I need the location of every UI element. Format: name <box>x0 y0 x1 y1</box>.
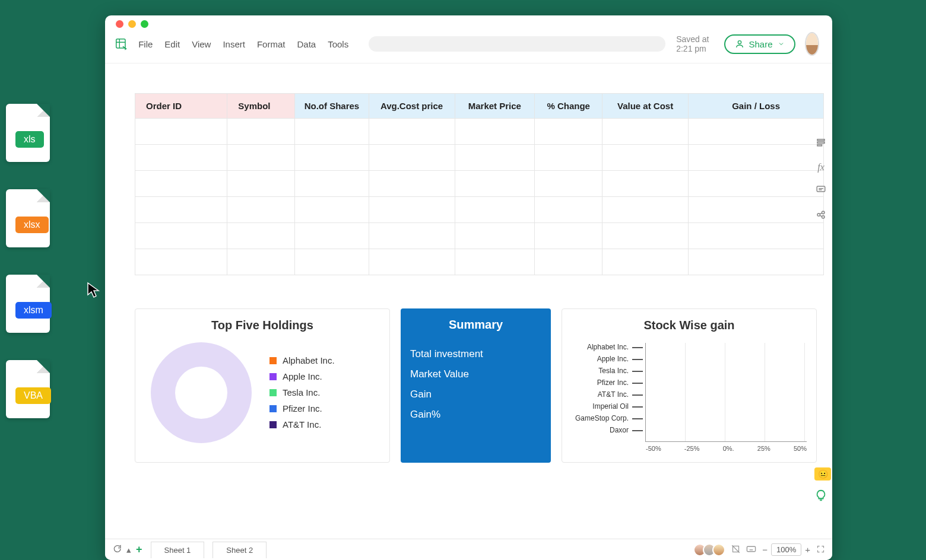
properties-icon[interactable] <box>816 137 826 150</box>
summary-item: Total investment <box>410 348 541 360</box>
legend-swatch <box>269 389 277 396</box>
svg-rect-6 <box>817 145 822 146</box>
table-row[interactable] <box>135 171 824 197</box>
share-label: Share <box>749 39 773 49</box>
svg-line-14 <box>820 215 822 217</box>
menu-insert[interactable]: Insert <box>223 39 245 49</box>
app-window: File Edit View Insert Format Data Tools … <box>105 15 832 560</box>
gain-ylabel: Daxor <box>572 426 643 434</box>
legend-label: Apple Inc. <box>283 371 322 381</box>
table-row[interactable] <box>135 197 824 223</box>
share-link-icon[interactable] <box>816 209 826 222</box>
table-row[interactable] <box>135 145 824 171</box>
holdings-legend: Alphabet Inc. Apple Inc. Tesla Inc. Pfiz… <box>269 355 335 429</box>
fullscreen-icon[interactable] <box>816 545 825 555</box>
summary-item: Market Value <box>410 368 541 380</box>
summary-item: Gain <box>410 389 541 400</box>
search-input[interactable] <box>369 36 665 52</box>
gain-chart-grid: -50% -25% 0%. 25% 50% <box>645 343 807 442</box>
table-row[interactable] <box>135 223 824 249</box>
svg-point-10 <box>817 214 820 217</box>
col-order-id[interactable]: Order ID <box>135 94 227 119</box>
gain-title: Stock Wise gain <box>572 319 807 332</box>
col-market-price[interactable]: Market Price <box>455 94 535 119</box>
add-sheet-button[interactable]: + <box>136 543 142 556</box>
col-value-cost[interactable]: Value at Cost <box>602 94 689 119</box>
gain-card: Stock Wise gain Alphabet Inc. Apple Inc.… <box>562 308 817 463</box>
gain-xtick: -50% <box>646 445 661 452</box>
spreadsheet-table[interactable]: Order ID Symbol No.of Shares Avg.Cost pr… <box>135 93 824 275</box>
gain-ylabel: Pfizer Inc. <box>572 378 643 387</box>
gain-xtick: 0%. <box>723 445 734 452</box>
svg-point-11 <box>822 211 825 214</box>
gain-ylabel: Apple Inc. <box>572 355 643 363</box>
legend-item: AT&T Inc. <box>269 419 335 429</box>
menu-tools[interactable]: Tools <box>328 39 348 49</box>
caret-up-icon[interactable]: ▴ <box>126 545 131 555</box>
legend-label: Alphabet Inc. <box>283 355 335 365</box>
sheet-tab-1[interactable]: Sheet 1 <box>151 542 205 558</box>
gain-x-axis: -50% -25% 0%. 25% 50% <box>646 445 807 452</box>
table-row[interactable] <box>135 119 824 145</box>
menu-format[interactable]: Format <box>257 39 286 49</box>
legend-item: Alphabet Inc. <box>269 355 335 365</box>
summary-card: Summary Total investment Market Value Ga… <box>401 308 551 463</box>
chevron-down-icon <box>778 40 785 47</box>
bulb-icon[interactable] <box>814 489 831 505</box>
legend-swatch <box>269 405 277 412</box>
collaborator-avatar[interactable] <box>712 543 725 556</box>
col-gain-loss[interactable]: Gain / Loss <box>689 94 824 119</box>
app-logo-icon <box>115 36 128 52</box>
legend-label: Pfizer Inc. <box>283 403 322 413</box>
gain-ylabel: AT&T Inc. <box>572 390 643 399</box>
legend-item: Pfizer Inc. <box>269 403 335 413</box>
right-rail-bottom: 😐 <box>814 467 831 505</box>
zoom-out-button[interactable]: − <box>762 545 768 555</box>
gain-ylabel: Alphabet Inc. <box>572 343 643 351</box>
svg-line-13 <box>820 213 822 214</box>
summary-item: Gain% <box>410 409 541 421</box>
holdings-title: Top Five Holdings <box>145 319 380 332</box>
col-symbol[interactable]: Symbol <box>227 94 295 119</box>
right-rail: fx <box>810 137 832 222</box>
summary-title: Summary <box>410 318 541 332</box>
file-label-xlsm: xlsm <box>15 302 52 319</box>
gain-ylabel: GameStop Corp. <box>572 414 643 422</box>
table-row[interactable] <box>135 249 824 275</box>
chat-icon[interactable] <box>112 544 122 555</box>
file-icon-xls: xls <box>6 104 50 162</box>
comment-icon[interactable] <box>816 184 826 198</box>
file-icon-xlsm: xlsm <box>6 275 50 333</box>
saved-status: Saved at 2:21 pm <box>676 34 713 53</box>
collaborator-avatars[interactable] <box>697 543 725 556</box>
emoji-icon[interactable]: 😐 <box>814 467 831 481</box>
gain-ylabel: Tesla Inc. <box>572 367 643 375</box>
col-avg-cost[interactable]: Avg.Cost price <box>369 94 455 119</box>
menu-file[interactable]: File <box>138 39 153 49</box>
statusbar: ▴ + Sheet 1 Sheet 2 − 100% + <box>105 539 832 560</box>
gain-xtick: 50% <box>794 445 807 452</box>
legend-label: AT&T Inc. <box>283 419 321 429</box>
user-avatar[interactable] <box>806 33 818 55</box>
zoom-level[interactable]: 100% <box>771 543 801 556</box>
share-button[interactable]: Share <box>724 34 795 54</box>
menu-view[interactable]: View <box>192 39 211 49</box>
gain-y-axis: Alphabet Inc. Apple Inc. Tesla Inc. Pfiz… <box>572 343 643 453</box>
menu-data[interactable]: Data <box>297 39 316 49</box>
share-person-icon <box>735 39 744 49</box>
fx-icon[interactable]: fx <box>817 162 824 173</box>
focus-icon[interactable] <box>731 545 740 555</box>
zoom-in-button[interactable]: + <box>805 545 810 555</box>
menu-edit[interactable]: Edit <box>164 39 180 49</box>
menubar: File Edit View Insert Format Data Tools … <box>105 25 832 63</box>
col-pct-change[interactable]: % Change <box>535 94 602 119</box>
svg-rect-5 <box>817 142 824 143</box>
svg-point-12 <box>822 216 825 219</box>
gain-xtick: -25% <box>684 445 700 452</box>
file-icon-xlsx: xlsx <box>6 189 50 247</box>
sheet-tab-2[interactable]: Sheet 2 <box>213 542 267 558</box>
gain-ylabel: Imperial Oil <box>572 402 643 411</box>
col-shares[interactable]: No.of Shares <box>295 94 369 119</box>
keyboard-icon[interactable] <box>746 545 756 555</box>
legend-item: Apple Inc. <box>269 371 335 381</box>
